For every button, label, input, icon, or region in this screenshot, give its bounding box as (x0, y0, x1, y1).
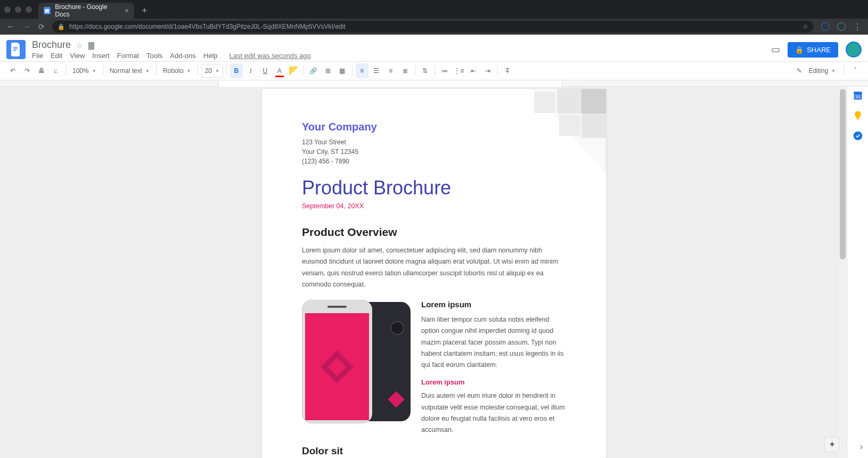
horizontal-ruler[interactable] (0, 80, 868, 87)
decrease-indent-button[interactable]: ⇤ (467, 63, 480, 78)
overview-body[interactable]: Lorem ipsum dolor sit amet, consectetuer… (302, 245, 566, 290)
svg-rect-4 (854, 92, 862, 94)
font-value: Roboto (163, 67, 184, 75)
font-size-select[interactable]: 20▼ (201, 64, 223, 78)
side-panel: 31 (847, 87, 868, 458)
redo-button[interactable]: ↷ (21, 63, 34, 78)
chevron-down-icon: ▼ (831, 69, 836, 73)
product-image[interactable] (302, 300, 411, 423)
forward-button[interactable]: → (22, 22, 31, 31)
style-value: Normal text (110, 67, 142, 75)
comments-icon[interactable]: ▭ (771, 44, 780, 55)
docs-header: Brochure ☆ ▇ File Edit View Insert Forma… (0, 35, 868, 61)
new-tab-button[interactable]: + (142, 5, 148, 17)
section-heading[interactable]: Lorem ipsum (421, 300, 566, 309)
brochure-date[interactable]: September 04, 20XX (302, 202, 566, 210)
close-window[interactable] (4, 6, 11, 13)
section-body[interactable]: Nam liber tempor cum soluta nobis eleife… (421, 314, 566, 371)
highlight-button[interactable] (288, 63, 300, 78)
menu-tools[interactable]: Tools (146, 52, 162, 60)
minimize-window[interactable] (15, 6, 21, 13)
share-button[interactable]: 🔒 SHARE (788, 42, 838, 58)
overview-heading[interactable]: Product Overview (302, 226, 566, 239)
brochure-title[interactable]: Product Brochure (302, 177, 566, 199)
svg-rect-1 (13, 48, 18, 50)
pencil-icon: ✎ (797, 67, 802, 75)
menu-format[interactable]: Format (117, 52, 139, 60)
docs-favicon: ▤ (44, 7, 51, 14)
numbered-list-button[interactable]: ≔ (438, 63, 451, 78)
underline-button[interactable]: U (259, 63, 272, 78)
bold-button[interactable]: B (230, 63, 243, 78)
browser-tab[interactable]: ▤ Brochure - Google Docs × (38, 3, 134, 19)
subsection-heading[interactable]: Lorem ipsum (421, 378, 566, 386)
line-spacing-button[interactable]: ⇅ (419, 63, 431, 78)
docs-logo-icon[interactable] (6, 40, 26, 59)
menu-help[interactable]: Help (203, 52, 218, 60)
browser-menu-icon[interactable]: ⋮ (853, 22, 862, 32)
star-icon[interactable]: ☆ (76, 41, 83, 50)
clear-formatting-button[interactable]: T (501, 63, 514, 78)
collapse-toolbar-button[interactable]: ˆ (849, 63, 862, 78)
text-color-button[interactable]: A (273, 63, 286, 78)
svg-point-7 (853, 132, 862, 141)
decorative-corner (531, 89, 606, 174)
vertical-scrollbar[interactable] (839, 87, 847, 458)
menu-file[interactable]: File (32, 52, 43, 60)
italic-button[interactable]: I (244, 63, 257, 78)
address-bar[interactable]: 🔒 https://docs.google.com/document/d/1oa… (52, 21, 814, 32)
keep-icon[interactable] (853, 110, 863, 121)
maximize-window[interactable] (26, 6, 32, 13)
styles-select[interactable]: Normal text▼ (107, 64, 153, 78)
print-button[interactable]: 🖶 (35, 63, 48, 78)
explore-button[interactable]: ✦ (824, 437, 839, 452)
bulleted-list-button[interactable]: ⋮≡ (453, 63, 465, 78)
close-tab-icon[interactable]: × (125, 6, 129, 15)
diamond-logo-icon (388, 391, 404, 407)
scrollbar-thumb[interactable] (840, 89, 846, 259)
undo-button[interactable]: ↶ (6, 63, 19, 78)
address-line: 123 Your Street (302, 137, 566, 147)
document-page[interactable]: Your Company 123 Your Street Your City, … (262, 89, 606, 458)
browser-tab-strip: ▤ Brochure - Google Docs × + (0, 0, 868, 19)
back-button[interactable]: ← (6, 22, 15, 31)
subsection-body[interactable]: Duis autem vel eum iriure dolor in hendr… (421, 390, 566, 436)
bookmark-star-icon[interactable]: ☆ (803, 23, 808, 30)
tasks-icon[interactable] (853, 130, 863, 141)
menu-bar: File Edit View Insert Format Tools Add-o… (32, 52, 311, 60)
calendar-icon[interactable]: 31 (853, 90, 863, 101)
company-address[interactable]: 123 Your Street Your City, ST 12345 (123… (302, 137, 566, 166)
editing-mode-select[interactable]: Editing▼ (805, 64, 839, 78)
document-title[interactable]: Brochure (32, 39, 71, 51)
align-justify-button[interactable]: ≣ (399, 63, 412, 78)
browser-toolbar: ← → ⟳ 🔒 https://docs.google.com/document… (0, 19, 868, 35)
font-select[interactable]: Roboto▼ (160, 64, 194, 78)
align-left-button[interactable]: ≡ (356, 63, 369, 78)
account-avatar[interactable] (846, 42, 862, 58)
align-center-button[interactable]: ☰ (370, 63, 383, 78)
extension-icon[interactable] (821, 22, 830, 31)
company-name[interactable]: Your Company (302, 121, 566, 133)
menu-edit[interactable]: Edit (51, 52, 62, 60)
document-canvas: Your Company 123 Your Street Your City, … (0, 87, 868, 458)
reload-button[interactable]: ⟳ (38, 22, 45, 31)
increase-indent-button[interactable]: ⇥ (481, 63, 494, 78)
chevron-down-icon: ▼ (215, 69, 219, 73)
extension-icon[interactable] (837, 22, 846, 31)
last-edit-info[interactable]: Last edit was seconds ago (230, 52, 311, 60)
zoom-select[interactable]: 100%▼ (69, 64, 100, 78)
lock-icon: 🔒 (58, 23, 65, 30)
section-heading[interactable]: Dolor sit (302, 445, 566, 457)
insert-comment-button[interactable]: ⊞ (322, 63, 334, 78)
menu-addons[interactable]: Add-ons (170, 52, 195, 60)
move-folder-icon[interactable]: ▇ (88, 41, 94, 50)
svg-rect-2 (13, 50, 16, 51)
lock-icon: 🔒 (795, 46, 804, 54)
paint-format-button[interactable]: ⟀ (50, 63, 62, 78)
insert-link-button[interactable]: 🔗 (307, 63, 320, 78)
align-right-button[interactable]: ≡ (384, 63, 397, 78)
menu-insert[interactable]: Insert (92, 52, 110, 60)
insert-image-button[interactable]: ▦ (336, 63, 349, 78)
menu-view[interactable]: View (70, 52, 85, 60)
hide-side-panel-button[interactable]: › (860, 442, 863, 452)
